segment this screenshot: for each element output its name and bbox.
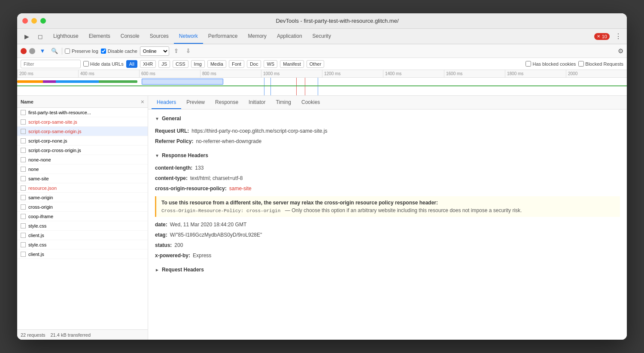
throttle-select[interactable]: Online Slow 3G Fast 3G Offline — [140, 46, 169, 56]
tick-2000ms: 2000 — [566, 70, 627, 78]
general-section-label: General — [162, 116, 181, 122]
list-item[interactable]: client.js — [17, 231, 148, 240]
item-checkbox[interactable] — [21, 233, 26, 238]
tab-console[interactable]: Console — [115, 29, 145, 44]
corp-label: cross-origin-resource-policy: — [155, 185, 227, 192]
list-item[interactable]: none-none — [17, 155, 148, 164]
list-item[interactable]: first-party-test-with-resource... — [17, 108, 148, 117]
filter-type-doc[interactable]: Doc — [247, 60, 261, 68]
general-section-header[interactable]: ▼ General — [155, 113, 620, 124]
hide-data-urls-checkbox[interactable] — [83, 61, 89, 67]
list-item[interactable]: coop-iframe — [17, 212, 148, 221]
item-checkbox[interactable] — [21, 157, 26, 162]
tab-sources[interactable]: Sources — [145, 29, 174, 44]
transferred-amount: 21.4 kB transferred — [50, 332, 91, 338]
list-item[interactable]: same-origin — [17, 193, 148, 202]
list-item[interactable]: style.css — [17, 221, 148, 231]
tab-preview[interactable]: Preview — [181, 96, 210, 109]
error-badge[interactable]: ✕ 10 — [594, 33, 610, 40]
item-checkbox[interactable] — [21, 176, 26, 181]
has-blocked-cookies-checkbox[interactable] — [526, 61, 531, 67]
request-headers-section-header[interactable]: ► Request Headers — [155, 264, 620, 275]
tab-cookies[interactable]: Cookies — [296, 96, 325, 109]
error-count: 10 — [602, 34, 607, 39]
cursor-icon[interactable]: ▶ — [21, 30, 33, 43]
filter-type-other[interactable]: Other — [307, 60, 325, 68]
blocked-requests-label[interactable]: Blocked Requests — [578, 61, 623, 67]
detail-content: ▼ General Request URL: https://third-par… — [148, 110, 627, 340]
upload-icon[interactable]: ⇧ — [172, 46, 181, 56]
item-name: none — [28, 167, 144, 172]
filter-type-xhr[interactable]: XHR — [140, 60, 156, 68]
filter-type-all[interactable]: All — [126, 60, 137, 68]
hide-data-urls-label[interactable]: Hide data URLs — [83, 61, 124, 67]
item-checkbox[interactable] — [21, 214, 26, 219]
tab-initiator[interactable]: Initiator — [243, 96, 270, 109]
item-checkbox[interactable] — [21, 138, 26, 143]
filter-type-js[interactable]: JS — [158, 60, 170, 68]
item-checkbox[interactable] — [21, 195, 26, 200]
item-checkbox[interactable] — [21, 167, 26, 172]
item-checkbox[interactable] — [21, 119, 26, 125]
list-item[interactable]: script-corp-same-origin.js — [17, 127, 148, 136]
item-name: client.js — [28, 252, 144, 257]
tab-response[interactable]: Response — [210, 96, 243, 109]
list-item[interactable]: script-corp-none.js — [17, 136, 148, 146]
filter-type-manifest[interactable]: Manifest — [280, 60, 304, 68]
filter-type-media[interactable]: Media — [207, 60, 226, 68]
filter-input[interactable] — [21, 60, 81, 68]
download-icon[interactable]: ⇩ — [184, 46, 193, 56]
list-item[interactable]: none — [17, 164, 148, 174]
has-blocked-cookies-label[interactable]: Has blocked cookies — [526, 61, 576, 67]
blocked-requests-checkbox[interactable] — [578, 61, 584, 67]
minimize-button[interactable] — [31, 18, 37, 24]
detail-tabs: Headers Preview Response Initiator Timin… — [148, 96, 627, 110]
item-checkbox[interactable] — [21, 186, 26, 191]
item-checkbox[interactable] — [21, 242, 26, 247]
settings-icon[interactable]: ⚙ — [618, 47, 623, 55]
filter-type-ws[interactable]: WS — [264, 60, 277, 68]
file-list-close-button[interactable]: × — [141, 98, 144, 105]
corp-row: cross-origin-resource-policy: same-site — [155, 183, 620, 194]
list-item[interactable]: cross-origin — [17, 202, 148, 212]
item-checkbox[interactable] — [21, 252, 26, 257]
list-item[interactable]: client.js — [17, 250, 148, 259]
disable-cache-checkbox-label[interactable]: Disable cache — [101, 49, 137, 54]
tab-headers[interactable]: Headers — [152, 96, 181, 109]
warning-text: To use this resource from a different si… — [161, 200, 615, 206]
tab-timing[interactable]: Timing — [270, 96, 296, 109]
filter-bar: Hide data URLs All XHR JS CSS Img Media … — [17, 58, 627, 70]
filter-type-font[interactable]: Font — [229, 60, 244, 68]
tab-performance[interactable]: Performance — [203, 29, 243, 44]
list-item[interactable]: resource.json — [17, 183, 148, 193]
list-item[interactable]: script-corp-same-site.js — [17, 117, 148, 127]
search-icon[interactable]: 🔍 — [50, 46, 59, 56]
filter-type-css[interactable]: CSS — [173, 60, 188, 68]
maximize-button[interactable] — [40, 18, 46, 24]
stop-button[interactable] — [29, 48, 35, 54]
filter-type-img[interactable]: Img — [191, 60, 205, 68]
item-checkbox[interactable] — [21, 204, 26, 210]
tab-application[interactable]: Application — [272, 29, 307, 44]
tab-memory[interactable]: Memory — [243, 29, 272, 44]
tab-network[interactable]: Network — [174, 29, 203, 44]
response-headers-section-header[interactable]: ▼ Response Headers — [155, 150, 620, 161]
item-checkbox[interactable] — [21, 110, 26, 115]
preserve-log-checkbox[interactable] — [65, 49, 70, 54]
item-checkbox[interactable] — [21, 129, 26, 134]
tab-elements[interactable]: Elements — [84, 29, 115, 44]
preserve-log-checkbox-label[interactable]: Preserve log — [65, 49, 98, 54]
tab-lighthouse[interactable]: Lighthouse — [48, 29, 84, 44]
record-button[interactable] — [21, 48, 27, 54]
device-icon[interactable]: ◻ — [34, 30, 46, 43]
filter-icon[interactable]: ▼ — [38, 46, 47, 56]
disable-cache-checkbox[interactable] — [101, 49, 106, 54]
list-item[interactable]: script-corp-cross-origin.js — [17, 146, 148, 155]
list-item[interactable]: style.css — [17, 240, 148, 250]
tab-security[interactable]: Security — [307, 29, 336, 44]
item-checkbox[interactable] — [21, 148, 26, 153]
more-menu-button[interactable]: ⋮ — [613, 31, 623, 42]
list-item[interactable]: same-site — [17, 174, 148, 183]
close-button[interactable] — [22, 18, 28, 24]
item-checkbox[interactable] — [21, 223, 26, 228]
